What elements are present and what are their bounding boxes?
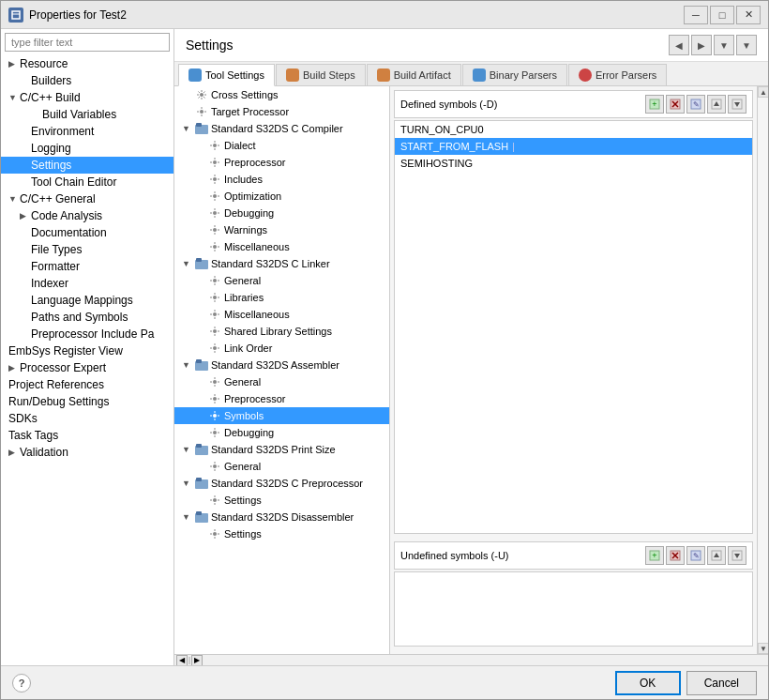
defined-delete-button[interactable]	[666, 95, 685, 114]
sidebar-item-sdks[interactable]: SDKs	[1, 410, 173, 427]
mid-item-std-assembler[interactable]: ▼ Standard S32DS Assembler	[174, 357, 389, 373]
undefined-up-button[interactable]	[707, 546, 726, 565]
filter-input[interactable]	[5, 33, 170, 52]
sidebar-item-documentation[interactable]: Documentation	[1, 224, 173, 241]
sidebar-item-lang-mappings[interactable]: Language Mappings	[1, 292, 173, 309]
gear-icon-includes	[208, 173, 221, 186]
svg-point-28	[213, 464, 217, 468]
svg-text:+: +	[652, 99, 656, 109]
sidebar-item-builders[interactable]: Builders	[1, 72, 173, 89]
gear-icon-settings2	[208, 494, 221, 507]
sidebar-item-task-tags[interactable]: Task Tags	[1, 427, 173, 444]
sidebar-item-formatter[interactable]: Formatter	[1, 258, 173, 275]
hscroll-right-button[interactable]: ▶	[191, 655, 203, 666]
undefined-edit-button[interactable]: ✎	[686, 546, 705, 565]
nav-forward-button[interactable]: ▶	[691, 35, 712, 55]
title-bar-controls: ─ □ ✕	[684, 6, 761, 24]
mid-item-optimization[interactable]: Optimization	[174, 188, 389, 205]
sidebar-item-validation[interactable]: ▶ Validation	[1, 444, 173, 461]
scroll-up-arrow[interactable]: ▲	[758, 86, 768, 98]
tab-binary-parsers[interactable]: Binary Parsers	[462, 64, 567, 85]
mid-item-std-c-compiler[interactable]: ▼ Standard S32DS C Compiler	[174, 120, 389, 137]
scroll-down-arrow[interactable]: ▼	[758, 643, 768, 654]
hscroll-left-button[interactable]: ◀	[176, 655, 188, 666]
sidebar-item-logging[interactable]: Logging	[1, 140, 173, 157]
sidebar-item-cpp-build[interactable]: ▼ C/C++ Build	[1, 89, 173, 106]
undefined-delete-button[interactable]	[666, 546, 685, 565]
mid-item-target-processor[interactable]: Target Processor	[174, 103, 389, 120]
sidebar-item-resource[interactable]: ▶ Resource	[1, 55, 173, 72]
mid-item-general1[interactable]: General	[174, 272, 389, 289]
close-button[interactable]: ✕	[736, 6, 761, 24]
defined-down-button[interactable]	[728, 95, 746, 114]
sidebar-item-file-types[interactable]: File Types	[1, 241, 173, 258]
mid-item-dialect[interactable]: Dialect	[174, 137, 389, 154]
svg-point-17	[213, 312, 217, 316]
sidebar-item-preprocessor-include[interactable]: Preprocessor Include Pa	[1, 326, 173, 342]
undefined-symbols-title: Undefined symbols (-U)	[400, 550, 509, 561]
sidebar-item-build-vars[interactable]: Build Variables	[1, 106, 173, 123]
mid-item-std-c-linker[interactable]: ▼ Standard S32DS C Linker	[174, 255, 389, 272]
mid-item-settings2[interactable]: Settings	[174, 492, 389, 509]
mid-item-preprocessor2[interactable]: Preprocessor	[174, 390, 389, 407]
gear-icon-debug	[208, 206, 221, 220]
left-panel: ▶ Resource Builders ▼ C/C++ Build	[1, 29, 174, 665]
sidebar-item-code-analysis[interactable]: ▶ Code Analysis	[1, 207, 173, 224]
defined-edit-button[interactable]: ✎	[686, 95, 705, 114]
mid-item-general2[interactable]: General	[174, 373, 389, 390]
minimize-button[interactable]: ─	[684, 6, 708, 24]
undefined-down-button[interactable]	[728, 546, 746, 565]
mid-item-debugging[interactable]: Debugging	[174, 205, 389, 221]
symbol-item-start-from-flash[interactable]: START_FROM_FLASH |	[395, 138, 752, 155]
symbol-item-turn-on-cpu0[interactable]: TURN_ON_CPU0	[395, 121, 752, 138]
sidebar-item-paths-symbols[interactable]: Paths and Symbols	[1, 309, 173, 326]
mid-item-link-order[interactable]: Link Order	[174, 340, 389, 357]
undefined-add-button[interactable]: +	[645, 546, 664, 565]
maximize-button[interactable]: □	[710, 6, 734, 24]
mid-item-settings3[interactable]: Settings	[174, 525, 389, 542]
sidebar-item-cpp-general[interactable]: ▼ C/C++ General	[1, 190, 173, 207]
mid-item-std-c-preprocessor[interactable]: ▼ Standard S32DS C Preprocessor	[174, 475, 389, 492]
settings-area: Defined symbols (-D) + ✎	[390, 86, 757, 654]
mid-item-includes[interactable]: Includes	[174, 171, 389, 188]
sidebar-item-processor-expert[interactable]: ▶ Processor Expert	[1, 359, 173, 376]
symbol-item-semihosting[interactable]: SEMIHOSTING	[395, 155, 752, 172]
tab-tool-settings[interactable]: Tool Settings	[178, 64, 275, 86]
tab-error-parsers[interactable]: Error Parsers	[568, 64, 667, 85]
sidebar-item-toolchain[interactable]: Tool Chain Editor	[1, 174, 173, 190]
mid-item-cross-settings[interactable]: Cross Settings	[174, 86, 389, 103]
mid-item-misc2[interactable]: Miscellaneous	[174, 306, 389, 323]
tab-build-steps[interactable]: Build Steps	[276, 64, 366, 85]
defined-up-button[interactable]	[707, 95, 726, 114]
svg-text:✎: ✎	[693, 552, 700, 560]
sidebar-item-embsys[interactable]: EmbSys Register View	[1, 342, 173, 359]
cancel-button[interactable]: Cancel	[686, 671, 757, 695]
sidebar-item-settings[interactable]: Settings	[1, 157, 173, 174]
help-button[interactable]: ?	[12, 674, 31, 692]
mid-item-general3[interactable]: General	[174, 458, 389, 475]
gear-icon-libs	[208, 291, 221, 304]
ok-button[interactable]: OK	[615, 671, 681, 695]
nav-back-button[interactable]: ◀	[669, 35, 689, 55]
mid-item-libraries[interactable]: Libraries	[174, 289, 389, 306]
mid-item-shared-lib[interactable]: Shared Library Settings	[174, 323, 389, 340]
defined-add-button[interactable]: +	[645, 95, 664, 114]
tab-build-artifact[interactable]: Build Artifact	[367, 64, 461, 85]
vertical-scrollbar[interactable]: ▲ ▼	[757, 86, 768, 654]
mid-item-std-print-size[interactable]: ▼ Standard S32DS Print Size	[174, 441, 389, 458]
mid-item-warnings[interactable]: Warnings	[174, 221, 389, 238]
mid-item-debugging2[interactable]: Debugging	[174, 424, 389, 441]
mid-item-symbols[interactable]: Symbols	[174, 407, 389, 424]
mid-item-std-disassembler[interactable]: ▼ Standard S32DS Disassembler	[174, 509, 389, 525]
expand-arrow-resource: ▶	[8, 59, 20, 68]
sidebar-item-indexer[interactable]: Indexer	[1, 275, 173, 292]
mid-item-misc1[interactable]: Miscellaneous	[174, 238, 389, 255]
nav-menu-button[interactable]: ▼	[736, 35, 757, 55]
scroll-track	[758, 98, 768, 643]
sidebar-item-run-debug[interactable]: Run/Debug Settings	[1, 393, 173, 410]
sidebar-item-environment[interactable]: Environment	[1, 123, 173, 140]
mid-item-preprocessor[interactable]: Preprocessor	[174, 154, 389, 171]
bottom-bar: ? OK Cancel	[1, 665, 768, 699]
sidebar-item-project-refs[interactable]: Project References	[1, 376, 173, 393]
nav-dropdown-button[interactable]: ▼	[714, 35, 734, 55]
